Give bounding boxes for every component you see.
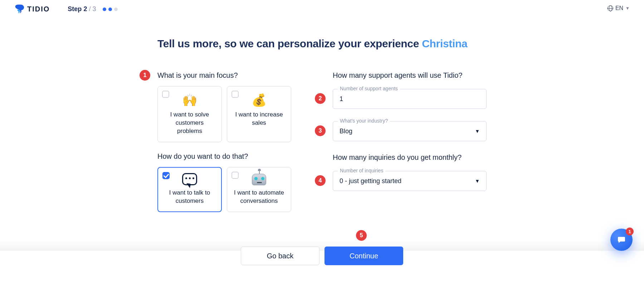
progress-dot-1 [103,8,106,11]
inquiries-select[interactable]: 0 - just getting started ▼ [333,171,487,191]
left-column: 1 What is your main focus? 🙌 I want to s… [157,71,311,222]
question-agents: How many support agents will use Tidio? [333,71,487,80]
annotation-marker-4: 4 [315,175,326,186]
agents-input[interactable] [333,89,487,109]
checkbox-checked-icon [162,172,170,179]
card-increase-sales[interactable]: 💰 I want to increase sales [227,86,291,142]
robot-icon [233,174,285,185]
logo-mark-icon [14,4,24,14]
language-selector[interactable]: EN ▼ [608,5,630,11]
checkbox-icon [231,91,239,98]
industry-select[interactable]: Blog ▼ [333,121,487,141]
checkbox-icon [162,91,169,98]
chevron-down-icon: ▼ [625,6,630,11]
annotation-marker-5: 5 [356,230,367,241]
progress-dot-2 [108,8,112,11]
card-talk-customers[interactable]: I want to talk to customers [157,167,222,212]
inquiries-field-label: Number of inquiries [338,168,385,173]
chevron-down-icon: ▼ [475,178,480,184]
page-title: Tell us more, so we can personalize your… [157,38,487,50]
user-name: Christina [422,38,467,49]
raised-hands-icon: 🙌 [164,93,216,107]
right-column: How many support agents will use Tidio? … [333,71,487,222]
brand-text: TIDIO [27,5,50,13]
question-how: How do you want to do that? [157,152,311,161]
continue-button[interactable]: Continue [325,247,403,265]
industry-field-label: What's your industry? [338,118,390,124]
top-header: TIDIO Step 2 / 3 EN ▼ [0,0,644,18]
chevron-down-icon: ▼ [475,128,480,134]
agents-field-label: Number of support agents [338,86,400,91]
card-solve-problems[interactable]: 🙌 I want to solve customers problems [157,86,222,142]
annotation-marker-3: 3 [315,125,326,136]
onboarding-form: Tell us more, so we can personalize your… [157,38,487,222]
question-main-focus: What is your main focus? [157,71,311,80]
brand-logo: TIDIO [14,4,50,14]
globe-icon [608,5,613,11]
card-automate[interactable]: I want to automate conversations [227,167,291,212]
question-inquiries: How many inquiries do you get monthly? [333,153,487,162]
chat-icon [617,235,626,244]
footer-actions: Go back 5 Continue [0,247,644,265]
step-indicator: Step 2 / 3 [68,5,118,13]
notification-badge: 1 [626,228,634,235]
go-back-button[interactable]: Go back [241,247,319,265]
money-bag-icon: 💰 [233,93,285,107]
checkbox-icon [231,172,239,179]
chat-bubble-icon [164,173,216,185]
progress-dots [103,8,118,11]
progress-dot-3 [114,8,118,11]
annotation-marker-2: 2 [315,93,326,104]
chat-widget-button[interactable]: 1 [610,229,633,251]
annotation-marker-1: 1 [140,70,150,81]
